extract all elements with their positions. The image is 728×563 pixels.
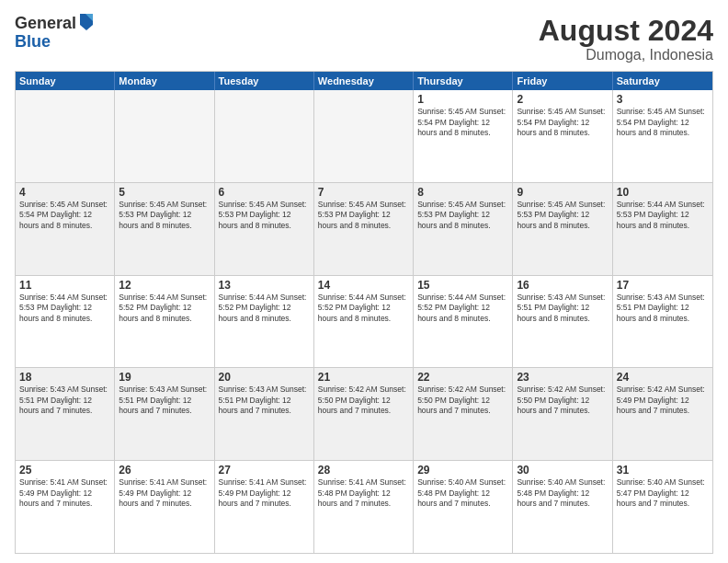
day-number: 7	[318, 186, 409, 199]
day-number: 27	[219, 464, 310, 477]
calendar-body: 1Sunrise: 5:45 AM Sunset: 5:54 PM Daylig…	[16, 90, 712, 553]
cell-info: Sunrise: 5:44 AM Sunset: 5:52 PM Dayligh…	[417, 293, 508, 324]
location: Dumoga, Indonesia	[539, 47, 713, 63]
cal-cell-2-6: 17Sunrise: 5:43 AM Sunset: 5:51 PM Dayli…	[613, 276, 712, 368]
day-number: 20	[219, 371, 310, 384]
cell-info: Sunrise: 5:45 AM Sunset: 5:53 PM Dayligh…	[219, 200, 310, 231]
cal-cell-4-6: 31Sunrise: 5:40 AM Sunset: 5:47 PM Dayli…	[613, 461, 712, 553]
cal-cell-0-0	[16, 90, 115, 182]
cell-info: Sunrise: 5:40 AM Sunset: 5:48 PM Dayligh…	[517, 477, 608, 509]
calendar-row-0: 1Sunrise: 5:45 AM Sunset: 5:54 PM Daylig…	[16, 90, 712, 183]
cal-cell-1-3: 7Sunrise: 5:45 AM Sunset: 5:53 PM Daylig…	[314, 183, 414, 275]
cal-cell-0-4: 1Sunrise: 5:45 AM Sunset: 5:54 PM Daylig…	[414, 90, 513, 182]
cal-cell-4-3: 28Sunrise: 5:41 AM Sunset: 5:48 PM Dayli…	[314, 461, 414, 553]
cal-cell-1-5: 9Sunrise: 5:45 AM Sunset: 5:53 PM Daylig…	[513, 183, 612, 275]
cell-info: Sunrise: 5:44 AM Sunset: 5:53 PM Dayligh…	[19, 293, 110, 324]
cell-info: Sunrise: 5:44 AM Sunset: 5:52 PM Dayligh…	[119, 293, 210, 324]
cal-cell-1-0: 4Sunrise: 5:45 AM Sunset: 5:54 PM Daylig…	[16, 183, 115, 275]
cal-cell-0-2	[215, 90, 314, 182]
cell-info: Sunrise: 5:44 AM Sunset: 5:53 PM Dayligh…	[617, 200, 709, 231]
calendar: Sunday Monday Tuesday Wednesday Thursday…	[15, 71, 713, 554]
cell-info: Sunrise: 5:40 AM Sunset: 5:48 PM Dayligh…	[417, 477, 508, 509]
cell-info: Sunrise: 5:41 AM Sunset: 5:49 PM Dayligh…	[219, 477, 310, 509]
day-number: 16	[517, 279, 608, 292]
cell-info: Sunrise: 5:42 AM Sunset: 5:49 PM Dayligh…	[617, 385, 709, 416]
cell-info: Sunrise: 5:45 AM Sunset: 5:54 PM Dayligh…	[617, 107, 709, 138]
day-number: 31	[617, 464, 709, 477]
cal-cell-2-5: 16Sunrise: 5:43 AM Sunset: 5:51 PM Dayli…	[513, 276, 612, 368]
day-number: 15	[417, 279, 508, 292]
logo: General Blue	[15, 15, 95, 52]
weekday-friday: Friday	[513, 72, 612, 90]
weekday-tuesday: Tuesday	[215, 72, 314, 90]
day-number: 2	[517, 93, 608, 106]
day-number: 29	[417, 464, 508, 477]
day-number: 24	[617, 371, 709, 384]
cell-info: Sunrise: 5:45 AM Sunset: 5:53 PM Dayligh…	[417, 200, 508, 231]
day-number: 10	[617, 186, 709, 199]
day-number: 5	[119, 186, 210, 199]
cal-cell-3-2: 20Sunrise: 5:43 AM Sunset: 5:51 PM Dayli…	[215, 368, 314, 460]
day-number: 26	[119, 464, 210, 477]
cal-cell-1-6: 10Sunrise: 5:44 AM Sunset: 5:53 PM Dayli…	[613, 183, 712, 275]
cal-cell-1-1: 5Sunrise: 5:45 AM Sunset: 5:53 PM Daylig…	[115, 183, 214, 275]
day-number: 9	[517, 186, 608, 199]
cal-cell-0-1	[115, 90, 214, 182]
weekday-sunday: Sunday	[16, 72, 115, 90]
day-number: 25	[19, 464, 110, 477]
cal-cell-0-3	[314, 90, 414, 182]
cal-cell-0-5: 2Sunrise: 5:45 AM Sunset: 5:54 PM Daylig…	[513, 90, 612, 182]
cell-info: Sunrise: 5:42 AM Sunset: 5:50 PM Dayligh…	[318, 385, 409, 416]
cell-info: Sunrise: 5:41 AM Sunset: 5:49 PM Dayligh…	[19, 477, 110, 509]
day-number: 23	[517, 371, 608, 384]
cell-info: Sunrise: 5:41 AM Sunset: 5:49 PM Dayligh…	[119, 477, 210, 509]
page: General Blue August 2024 Dumoga, Indones…	[0, 0, 728, 563]
cal-cell-3-6: 24Sunrise: 5:42 AM Sunset: 5:49 PM Dayli…	[613, 368, 712, 460]
calendar-row-3: 18Sunrise: 5:43 AM Sunset: 5:51 PM Dayli…	[16, 368, 712, 461]
cal-cell-2-2: 13Sunrise: 5:44 AM Sunset: 5:52 PM Dayli…	[215, 276, 314, 368]
cell-info: Sunrise: 5:43 AM Sunset: 5:51 PM Dayligh…	[617, 293, 709, 324]
cell-info: Sunrise: 5:45 AM Sunset: 5:53 PM Dayligh…	[119, 200, 210, 231]
cell-info: Sunrise: 5:45 AM Sunset: 5:54 PM Dayligh…	[19, 200, 110, 231]
calendar-row-4: 25Sunrise: 5:41 AM Sunset: 5:49 PM Dayli…	[16, 461, 712, 553]
header: General Blue August 2024 Dumoga, Indones…	[15, 15, 713, 63]
cell-info: Sunrise: 5:43 AM Sunset: 5:51 PM Dayligh…	[517, 293, 608, 324]
day-number: 30	[517, 464, 608, 477]
cell-info: Sunrise: 5:44 AM Sunset: 5:52 PM Dayligh…	[318, 293, 409, 324]
calendar-row-1: 4Sunrise: 5:45 AM Sunset: 5:54 PM Daylig…	[16, 183, 712, 276]
weekday-saturday: Saturday	[613, 72, 712, 90]
cell-info: Sunrise: 5:45 AM Sunset: 5:54 PM Dayligh…	[517, 107, 608, 138]
cell-info: Sunrise: 5:40 AM Sunset: 5:47 PM Dayligh…	[617, 477, 709, 509]
cal-cell-4-0: 25Sunrise: 5:41 AM Sunset: 5:49 PM Dayli…	[16, 461, 115, 553]
cal-cell-2-1: 12Sunrise: 5:44 AM Sunset: 5:52 PM Dayli…	[115, 276, 214, 368]
weekday-monday: Monday	[115, 72, 214, 90]
month-year: August 2024	[539, 15, 713, 47]
cal-cell-2-3: 14Sunrise: 5:44 AM Sunset: 5:52 PM Dayli…	[314, 276, 414, 368]
day-number: 12	[119, 279, 210, 292]
cal-cell-4-4: 29Sunrise: 5:40 AM Sunset: 5:48 PM Dayli…	[414, 461, 513, 553]
cal-cell-0-6: 3Sunrise: 5:45 AM Sunset: 5:54 PM Daylig…	[613, 90, 712, 182]
day-number: 11	[19, 279, 110, 292]
day-number: 21	[318, 371, 409, 384]
day-number: 22	[417, 371, 508, 384]
cal-cell-3-1: 19Sunrise: 5:43 AM Sunset: 5:51 PM Dayli…	[115, 368, 214, 460]
day-number: 1	[417, 93, 508, 106]
day-number: 18	[19, 371, 110, 384]
cal-cell-4-1: 26Sunrise: 5:41 AM Sunset: 5:49 PM Dayli…	[115, 461, 214, 553]
cell-info: Sunrise: 5:42 AM Sunset: 5:50 PM Dayligh…	[517, 385, 608, 416]
day-number: 4	[19, 186, 110, 199]
day-number: 8	[417, 186, 508, 199]
cell-info: Sunrise: 5:44 AM Sunset: 5:52 PM Dayligh…	[219, 293, 310, 324]
cell-info: Sunrise: 5:43 AM Sunset: 5:51 PM Dayligh…	[219, 385, 310, 416]
cell-info: Sunrise: 5:43 AM Sunset: 5:51 PM Dayligh…	[19, 385, 110, 416]
day-number: 13	[219, 279, 310, 292]
cal-cell-1-4: 8Sunrise: 5:45 AM Sunset: 5:53 PM Daylig…	[414, 183, 513, 275]
calendar-header: Sunday Monday Tuesday Wednesday Thursday…	[16, 72, 712, 90]
day-number: 17	[617, 279, 709, 292]
cell-info: Sunrise: 5:41 AM Sunset: 5:48 PM Dayligh…	[318, 477, 409, 509]
day-number: 19	[119, 371, 210, 384]
weekday-wednesday: Wednesday	[314, 72, 414, 90]
cal-cell-3-0: 18Sunrise: 5:43 AM Sunset: 5:51 PM Dayli…	[16, 368, 115, 460]
logo-general: General	[15, 15, 76, 33]
day-number: 28	[318, 464, 409, 477]
